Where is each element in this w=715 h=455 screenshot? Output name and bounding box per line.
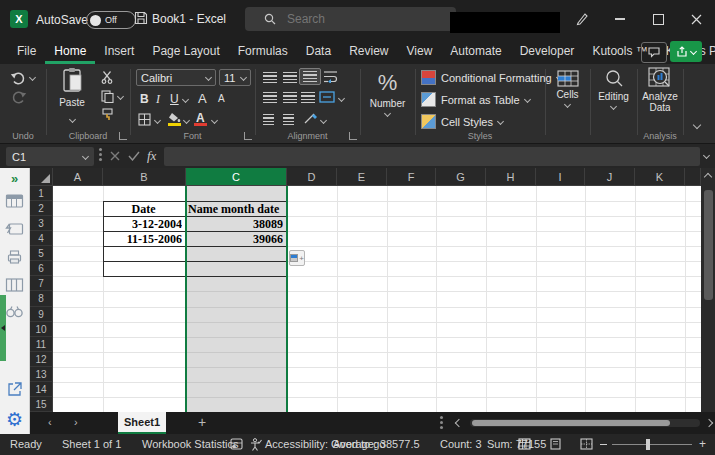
scroll-up-icon[interactable]: [704, 173, 712, 181]
insert-function-icon[interactable]: fx: [147, 148, 156, 164]
pane-resize-handle[interactable]: [0, 295, 6, 361]
horizontal-scroll-thumb[interactable]: [472, 420, 670, 426]
autosave-toggle[interactable]: Off: [86, 11, 136, 29]
format-as-table-button[interactable]: Format as Table: [421, 92, 530, 107]
tab-page-layout[interactable]: Page Layout: [143, 38, 228, 64]
middle-align-icon[interactable]: [283, 72, 297, 83]
select-all-corner[interactable]: [30, 168, 53, 186]
tab-developer[interactable]: Developer: [511, 38, 584, 64]
zoom-in-icon[interactable]: +: [699, 437, 706, 451]
workbook-statistics-button[interactable]: Workbook Statistics: [142, 438, 238, 450]
save-icon[interactable]: [134, 11, 148, 25]
decrease-indent-icon[interactable]: [263, 114, 274, 125]
number-format-button[interactable]: % Number: [360, 70, 415, 116]
tab-automate[interactable]: Automate: [441, 38, 510, 64]
shrink-font-button[interactable]: A: [218, 93, 225, 104]
comments-button[interactable]: [641, 42, 667, 63]
workbook-pane-icon[interactable]: [0, 194, 29, 208]
align-right-icon[interactable]: [301, 92, 315, 103]
align-left-icon[interactable]: [263, 92, 277, 103]
zoom-out-icon[interactable]: [600, 444, 607, 445]
horizontal-scrollbar[interactable]: [470, 419, 700, 427]
ink-pen-button[interactable]: [563, 0, 601, 38]
vertical-scrollbar[interactable]: [701, 168, 715, 412]
name-box[interactable]: C1: [6, 147, 94, 166]
conditional-formatting-button[interactable]: Conditional Formatting: [421, 70, 562, 85]
collapse-ribbon-icon[interactable]: [693, 121, 701, 129]
paste-button[interactable]: Paste: [54, 67, 90, 126]
underline-dropdown-icon[interactable]: [182, 96, 189, 103]
analyze-data-button[interactable]: Analyze Data: [637, 67, 683, 113]
tab-review[interactable]: Review: [340, 38, 397, 64]
settings-gear-icon[interactable]: ⚙: [0, 408, 29, 430]
enter-icon[interactable]: [128, 151, 140, 161]
cell-styles-button[interactable]: Cell Styles: [421, 114, 503, 129]
close-button[interactable]: [677, 0, 715, 38]
wrap-text-icon[interactable]: [323, 70, 338, 83]
borders-dropdown-icon[interactable]: [154, 117, 161, 124]
printer-icon[interactable]: [0, 250, 29, 264]
share-button[interactable]: [670, 41, 702, 62]
vertical-scroll-thumb[interactable]: [704, 190, 713, 300]
top-align-icon[interactable]: [263, 72, 277, 83]
sheet-tab-sheet1[interactable]: Sheet1: [118, 412, 166, 434]
search-box[interactable]: [245, 7, 456, 31]
cancel-icon[interactable]: [110, 151, 120, 161]
clipboard-dialog-launcher-icon[interactable]: [119, 132, 127, 140]
zoom-slider-thumb[interactable]: [646, 439, 650, 450]
fill-color-dropdown-icon[interactable]: [183, 117, 190, 124]
sheet-actions-icon[interactable]: [0, 222, 29, 236]
italic-button[interactable]: I: [156, 92, 160, 107]
tab-view[interactable]: View: [398, 38, 442, 64]
font-name-select[interactable]: Calibri: [136, 69, 216, 86]
page-break-view-icon[interactable]: [580, 438, 593, 450]
maximize-button[interactable]: [639, 0, 677, 38]
tab-data[interactable]: Data: [297, 38, 340, 64]
increase-indent-icon[interactable]: [283, 114, 294, 125]
font-dialog-launcher-icon[interactable]: [244, 132, 252, 140]
undo-dropdown-icon[interactable]: [29, 74, 36, 81]
scroll-right-icon[interactable]: [705, 419, 713, 427]
format-painter-icon[interactable]: [101, 108, 114, 121]
font-size-select[interactable]: 11: [219, 69, 251, 86]
normal-view-icon[interactable]: [518, 438, 531, 450]
zoom-slider-track[interactable]: [612, 444, 692, 445]
bottom-align-button-selected[interactable]: [299, 68, 321, 85]
copy-dropdown-icon[interactable]: [117, 93, 124, 100]
quick-analysis-button[interactable]: +: [289, 250, 305, 266]
underline-button[interactable]: U: [170, 92, 179, 106]
orientation-icon[interactable]: [303, 112, 318, 125]
tab-file[interactable]: File: [8, 38, 45, 64]
macro-record-icon[interactable]: [230, 438, 243, 450]
merge-dropdown-icon[interactable]: [338, 95, 345, 102]
next-sheet-icon[interactable]: ›: [74, 416, 78, 428]
cells-button[interactable]: Cells: [545, 70, 590, 107]
sheet-canvas[interactable]: [30, 168, 701, 412]
orientation-dropdown-icon[interactable]: [320, 117, 327, 124]
tab-insert[interactable]: Insert: [95, 38, 143, 64]
alignment-dialog-launcher-icon[interactable]: [349, 132, 357, 140]
editing-button[interactable]: Editing: [590, 69, 637, 109]
formula-input[interactable]: [164, 148, 700, 167]
tab-bar-options-icon[interactable]: [440, 421, 443, 424]
redo-icon[interactable]: [10, 90, 27, 104]
tab-formulas[interactable]: Formulas: [229, 38, 297, 64]
columns-pane-icon[interactable]: [0, 278, 29, 292]
page-layout-view-icon[interactable]: [549, 438, 562, 450]
merge-center-icon[interactable]: [319, 91, 335, 103]
cut-icon[interactable]: [101, 71, 113, 84]
tab-home[interactable]: Home: [45, 38, 95, 64]
minimize-button[interactable]: [601, 0, 639, 38]
expand-formula-bar-icon[interactable]: [703, 152, 710, 159]
add-sheet-icon[interactable]: +: [198, 414, 206, 430]
align-center-icon[interactable]: [283, 92, 297, 103]
fill-color-icon[interactable]: [168, 112, 181, 122]
open-external-icon[interactable]: [0, 382, 29, 397]
prev-sheet-icon[interactable]: ‹: [48, 416, 52, 428]
undo-icon[interactable]: [10, 71, 27, 85]
sidebar-toggle-icon[interactable]: »: [0, 171, 29, 186]
status-sheet-info[interactable]: Sheet 1 of 1: [62, 438, 121, 450]
accessibility-icon[interactable]: [250, 438, 262, 451]
bold-button[interactable]: B: [140, 92, 149, 106]
copy-icon[interactable]: [101, 90, 114, 103]
